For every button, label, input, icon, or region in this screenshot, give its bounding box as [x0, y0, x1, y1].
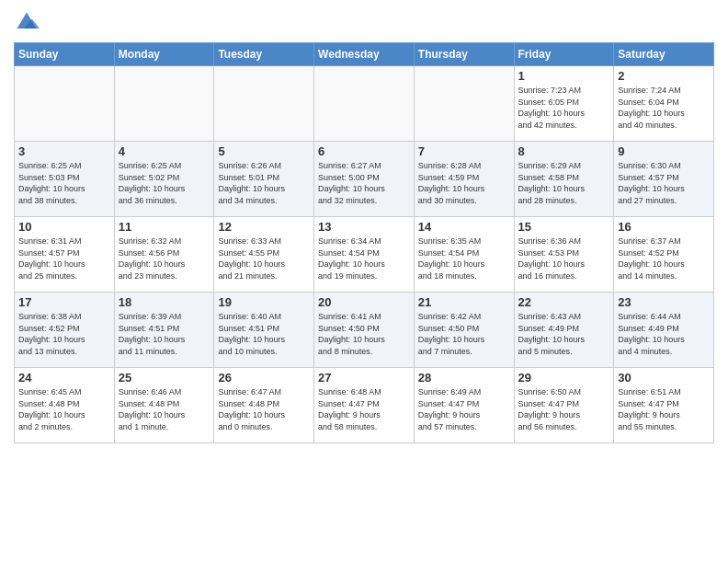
day-cell: [414, 66, 514, 142]
day-cell: 25Sunrise: 6:46 AM Sunset: 4:48 PM Dayli…: [114, 368, 214, 443]
day-cell: 14Sunrise: 6:35 AM Sunset: 4:54 PM Dayli…: [414, 217, 514, 293]
day-number: 30: [618, 371, 710, 385]
week-row-4: 17Sunrise: 6:38 AM Sunset: 4:52 PM Dayli…: [15, 293, 714, 368]
day-cell: 22Sunrise: 6:43 AM Sunset: 4:49 PM Dayli…: [514, 293, 614, 368]
day-cell: 3Sunrise: 6:25 AM Sunset: 5:03 PM Daylig…: [15, 142, 115, 217]
day-info: Sunrise: 6:39 AM Sunset: 4:51 PM Dayligh…: [119, 311, 210, 357]
day-number: 22: [518, 295, 610, 309]
week-row-5: 24Sunrise: 6:45 AM Sunset: 4:48 PM Dayli…: [15, 368, 714, 443]
day-info: Sunrise: 6:47 AM Sunset: 4:48 PM Dayligh…: [218, 386, 310, 432]
day-cell: 26Sunrise: 6:47 AM Sunset: 4:48 PM Dayli…: [214, 368, 314, 443]
day-cell: 4Sunrise: 6:25 AM Sunset: 5:02 PM Daylig…: [114, 142, 214, 217]
day-info: Sunrise: 6:49 AM Sunset: 4:47 PM Dayligh…: [418, 386, 510, 432]
page-container: SundayMondayTuesdayWednesdayThursdayFrid…: [0, 0, 728, 448]
day-number: 14: [418, 220, 510, 234]
day-number: 29: [518, 371, 610, 385]
day-number: 17: [18, 295, 110, 309]
logo-icon: [14, 9, 40, 35]
day-cell: 18Sunrise: 6:39 AM Sunset: 4:51 PM Dayli…: [114, 293, 214, 368]
day-number: 5: [218, 144, 310, 158]
day-number: 25: [119, 371, 210, 385]
day-cell: 19Sunrise: 6:40 AM Sunset: 4:51 PM Dayli…: [214, 293, 314, 368]
col-header-saturday: Saturday: [614, 43, 714, 66]
day-info: Sunrise: 6:26 AM Sunset: 5:01 PM Dayligh…: [218, 160, 310, 206]
day-cell: 7Sunrise: 6:28 AM Sunset: 4:59 PM Daylig…: [414, 142, 514, 217]
day-cell: 30Sunrise: 6:51 AM Sunset: 4:47 PM Dayli…: [614, 368, 714, 443]
day-info: Sunrise: 6:50 AM Sunset: 4:47 PM Dayligh…: [518, 386, 610, 432]
day-info: Sunrise: 6:34 AM Sunset: 4:54 PM Dayligh…: [318, 236, 410, 282]
day-info: Sunrise: 6:25 AM Sunset: 5:03 PM Dayligh…: [18, 160, 110, 206]
day-cell: [15, 66, 115, 142]
logo: [14, 9, 43, 35]
day-info: Sunrise: 6:40 AM Sunset: 4:51 PM Dayligh…: [218, 311, 310, 357]
week-row-1: 1Sunrise: 7:23 AM Sunset: 6:05 PM Daylig…: [15, 66, 714, 142]
day-cell: 12Sunrise: 6:33 AM Sunset: 4:55 PM Dayli…: [214, 217, 314, 293]
day-info: Sunrise: 7:23 AM Sunset: 6:05 PM Dayligh…: [518, 85, 610, 131]
day-info: Sunrise: 6:45 AM Sunset: 4:48 PM Dayligh…: [18, 386, 110, 432]
day-cell: 28Sunrise: 6:49 AM Sunset: 4:47 PM Dayli…: [414, 368, 514, 443]
day-info: Sunrise: 6:35 AM Sunset: 4:54 PM Dayligh…: [418, 236, 510, 282]
day-cell: [314, 66, 415, 142]
day-cell: 23Sunrise: 6:44 AM Sunset: 4:49 PM Dayli…: [614, 293, 714, 368]
day-info: Sunrise: 6:36 AM Sunset: 4:53 PM Dayligh…: [518, 236, 610, 282]
calendar-header-row: SundayMondayTuesdayWednesdayThursdayFrid…: [15, 43, 714, 66]
day-cell: 10Sunrise: 6:31 AM Sunset: 4:57 PM Dayli…: [15, 217, 115, 293]
col-header-sunday: Sunday: [15, 43, 115, 66]
day-number: 26: [218, 371, 310, 385]
week-row-3: 10Sunrise: 6:31 AM Sunset: 4:57 PM Dayli…: [15, 217, 714, 293]
day-info: Sunrise: 6:48 AM Sunset: 4:47 PM Dayligh…: [318, 386, 410, 432]
col-header-thursday: Thursday: [414, 43, 514, 66]
day-info: Sunrise: 6:38 AM Sunset: 4:52 PM Dayligh…: [18, 311, 110, 357]
day-number: 8: [518, 144, 610, 158]
day-number: 21: [418, 295, 510, 309]
day-number: 7: [418, 144, 510, 158]
day-number: 23: [618, 295, 710, 309]
day-cell: [114, 66, 214, 142]
header: [14, 9, 714, 35]
day-number: 12: [218, 220, 310, 234]
day-number: 18: [119, 295, 210, 309]
day-number: 24: [18, 371, 110, 385]
day-info: Sunrise: 6:37 AM Sunset: 4:52 PM Dayligh…: [618, 236, 710, 282]
day-info: Sunrise: 6:33 AM Sunset: 4:55 PM Dayligh…: [218, 236, 310, 282]
day-info: Sunrise: 6:30 AM Sunset: 4:57 PM Dayligh…: [618, 160, 710, 206]
col-header-friday: Friday: [514, 43, 614, 66]
day-cell: 17Sunrise: 6:38 AM Sunset: 4:52 PM Dayli…: [15, 293, 115, 368]
day-cell: 5Sunrise: 6:26 AM Sunset: 5:01 PM Daylig…: [214, 142, 314, 217]
day-info: Sunrise: 6:32 AM Sunset: 4:56 PM Dayligh…: [119, 236, 210, 282]
day-info: Sunrise: 6:44 AM Sunset: 4:49 PM Dayligh…: [618, 311, 710, 357]
day-info: Sunrise: 6:46 AM Sunset: 4:48 PM Dayligh…: [119, 386, 210, 432]
day-cell: 21Sunrise: 6:42 AM Sunset: 4:50 PM Dayli…: [414, 293, 514, 368]
day-info: Sunrise: 6:27 AM Sunset: 5:00 PM Dayligh…: [318, 160, 410, 206]
week-row-2: 3Sunrise: 6:25 AM Sunset: 5:03 PM Daylig…: [15, 142, 714, 217]
day-info: Sunrise: 6:29 AM Sunset: 4:58 PM Dayligh…: [518, 160, 610, 206]
day-cell: 9Sunrise: 6:30 AM Sunset: 4:57 PM Daylig…: [614, 142, 714, 217]
day-cell: 16Sunrise: 6:37 AM Sunset: 4:52 PM Dayli…: [614, 217, 714, 293]
day-number: 3: [18, 144, 110, 158]
day-info: Sunrise: 6:41 AM Sunset: 4:50 PM Dayligh…: [318, 311, 410, 357]
day-cell: 2Sunrise: 7:24 AM Sunset: 6:04 PM Daylig…: [614, 66, 714, 142]
day-info: Sunrise: 6:31 AM Sunset: 4:57 PM Dayligh…: [18, 236, 110, 282]
day-number: 9: [618, 144, 710, 158]
day-cell: 8Sunrise: 6:29 AM Sunset: 4:58 PM Daylig…: [514, 142, 614, 217]
day-cell: 1Sunrise: 7:23 AM Sunset: 6:05 PM Daylig…: [514, 66, 614, 142]
day-cell: [214, 66, 314, 142]
day-number: 6: [318, 144, 410, 158]
day-number: 10: [18, 220, 110, 234]
day-number: 20: [318, 295, 410, 309]
day-number: 4: [119, 144, 210, 158]
day-cell: 11Sunrise: 6:32 AM Sunset: 4:56 PM Dayli…: [114, 217, 214, 293]
day-info: Sunrise: 6:28 AM Sunset: 4:59 PM Dayligh…: [418, 160, 510, 206]
day-info: Sunrise: 6:25 AM Sunset: 5:02 PM Dayligh…: [119, 160, 210, 206]
day-cell: 27Sunrise: 6:48 AM Sunset: 4:47 PM Dayli…: [314, 368, 415, 443]
day-number: 28: [418, 371, 510, 385]
day-cell: 24Sunrise: 6:45 AM Sunset: 4:48 PM Dayli…: [15, 368, 115, 443]
day-number: 1: [518, 69, 610, 83]
day-number: 13: [318, 220, 410, 234]
day-number: 2: [618, 69, 710, 83]
day-number: 27: [318, 371, 410, 385]
day-info: Sunrise: 6:42 AM Sunset: 4:50 PM Dayligh…: [418, 311, 510, 357]
col-header-monday: Monday: [114, 43, 214, 66]
day-cell: 6Sunrise: 6:27 AM Sunset: 5:00 PM Daylig…: [314, 142, 415, 217]
day-number: 16: [618, 220, 710, 234]
